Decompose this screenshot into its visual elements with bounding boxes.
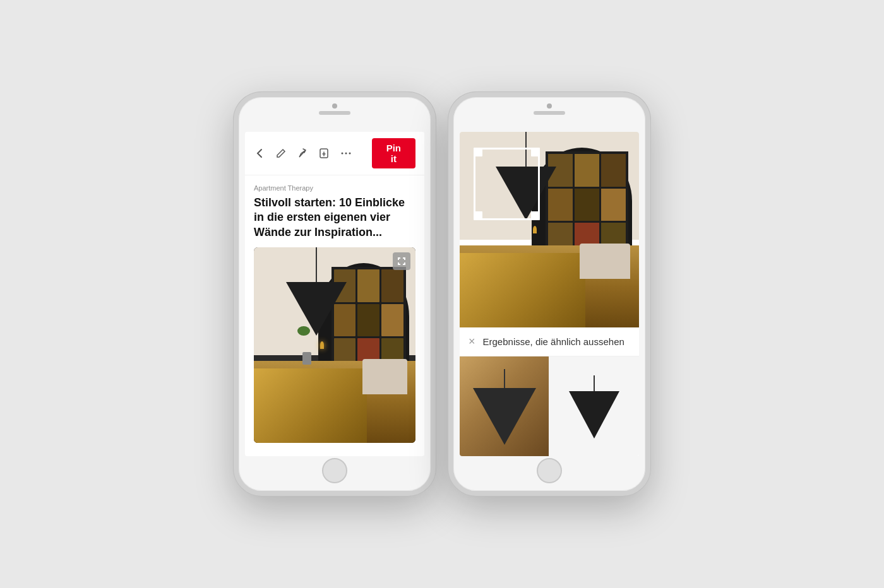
- corner-tl: [474, 148, 482, 156]
- phone-right: × Ergebnisse, die ähnlich aussehen: [448, 92, 650, 496]
- svg-rect-5: [398, 257, 399, 260]
- lamp-visual-2: [569, 375, 619, 438]
- results-grid: Antiqued Metal Funnel Pendant - Vintage …: [460, 356, 639, 456]
- corner-tr: [531, 148, 540, 156]
- corner-br: [531, 211, 540, 220]
- camera-left: [332, 103, 337, 109]
- right-main-image[interactable]: [460, 132, 639, 327]
- expand-icon[interactable]: [393, 252, 410, 270]
- more-icon[interactable]: [340, 147, 352, 160]
- edit-icon[interactable]: [275, 147, 287, 160]
- pendant-lamp: [286, 247, 347, 336]
- pin-image[interactable]: [254, 247, 415, 443]
- search-selector: [474, 148, 540, 220]
- phone-top-right: [534, 97, 565, 115]
- home-button-left[interactable]: [322, 458, 347, 483]
- right-phone-screen: × Ergebnisse, die ähnlich aussehen: [460, 132, 639, 456]
- svg-rect-11: [404, 262, 405, 265]
- speaker-right: [534, 111, 565, 115]
- plant-vase: [302, 352, 311, 365]
- results-title: Ergebnisse, die ähnlich aussehen: [483, 336, 624, 347]
- right-screen-content: × Ergebnisse, die ähnlich aussehen: [460, 132, 639, 456]
- svg-rect-7: [404, 257, 405, 260]
- room-scene: [254, 247, 415, 443]
- camera-right: [547, 103, 552, 109]
- result-image-1: [460, 356, 549, 456]
- home-button-right[interactable]: [537, 458, 562, 483]
- phone-left: Pin it Apartment Therapy Stilvoll starte…: [234, 92, 436, 496]
- plant: [297, 326, 310, 336]
- results-header: × Ergebnisse, die ähnlich aussehen: [460, 327, 639, 356]
- left-content: Apartment Therapy Stilvoll starten: 10 E…: [245, 175, 424, 452]
- article-title: Stilvoll starten: 10 Einblicke in die er…: [254, 196, 415, 240]
- pin-it-button[interactable]: Pin it: [372, 138, 415, 168]
- lamp-visual-1: [473, 369, 536, 445]
- result-item-2[interactable]: Kitchen light 5: [549, 356, 639, 456]
- speaker-left: [319, 111, 350, 115]
- back-icon[interactable]: [254, 147, 265, 160]
- phones-container: Pin it Apartment Therapy Stilvoll starte…: [0, 0, 884, 588]
- left-screen-content: Pin it Apartment Therapy Stilvoll starte…: [245, 132, 424, 456]
- facebook-icon[interactable]: [318, 147, 330, 160]
- phone-top-left: [319, 97, 350, 115]
- share-icon[interactable]: [297, 147, 308, 160]
- result-image-2: [549, 356, 639, 456]
- left-toolbar: Pin it: [245, 132, 424, 175]
- dining-table: [254, 368, 367, 443]
- sofa: [362, 359, 408, 394]
- svg-point-1: [341, 153, 343, 155]
- rtb: [460, 253, 585, 327]
- source-label: Apartment Therapy: [254, 184, 415, 192]
- left-phone-screen: Pin it Apartment Therapy Stilvoll starte…: [245, 132, 424, 456]
- svg-rect-9: [398, 262, 399, 265]
- svg-point-2: [345, 153, 347, 155]
- rsf: [580, 244, 630, 279]
- corner-bl: [474, 211, 482, 220]
- result-item-1[interactable]: Antiqued Metal Funnel Pendant - Vintage …: [460, 356, 549, 456]
- svg-point-3: [349, 153, 350, 155]
- close-results-icon[interactable]: ×: [469, 335, 475, 348]
- wall-light: [320, 341, 324, 349]
